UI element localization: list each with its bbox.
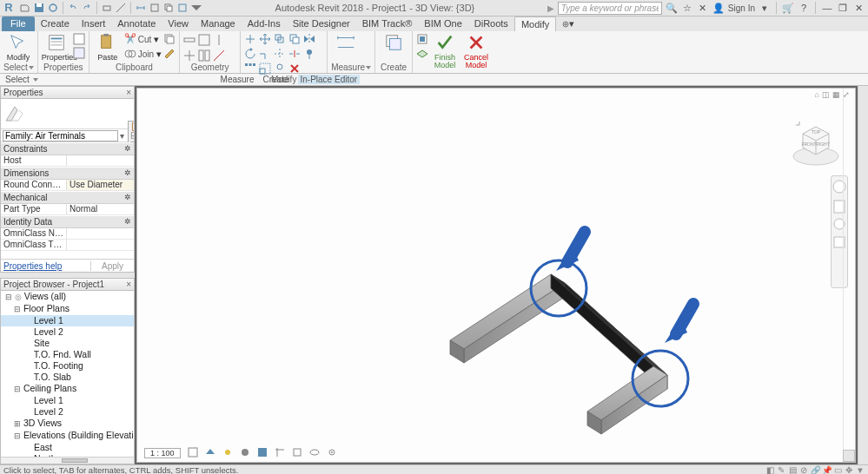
family-type-select[interactable] <box>3 130 118 142</box>
status-select-face-icon[interactable]: ▭ <box>833 465 842 475</box>
copy-icon[interactable] <box>163 33 176 45</box>
tree-node[interactable]: ⊟ Floor Plans <box>1 303 134 315</box>
signin-icon[interactable]: 👤 <box>712 2 725 14</box>
crop-icon[interactable] <box>275 447 285 459</box>
tree-node[interactable]: Level 1 <box>1 395 134 406</box>
qat-print-icon[interactable] <box>101 2 113 14</box>
offset-icon[interactable] <box>274 33 286 45</box>
crop-visible-icon[interactable] <box>292 447 302 459</box>
tab-insert[interactable]: Insert <box>76 16 112 31</box>
mirror-icon[interactable] <box>303 33 315 45</box>
prop-row[interactable]: Round Connector Dim…Use Diameter <box>1 180 134 191</box>
properties-button[interactable]: Properties <box>42 32 71 62</box>
qat-drop-icon[interactable] <box>190 2 202 14</box>
tree-node[interactable]: Level 1 <box>1 315 134 326</box>
tree-node[interactable]: Level 2 <box>1 406 134 418</box>
view-home-icon[interactable]: ⌂ <box>815 90 819 99</box>
prop-group[interactable]: Mechanical✲ <box>1 191 134 204</box>
tree-node[interactable]: Level 2 <box>1 326 134 338</box>
tab-modify[interactable]: Modify <box>514 16 556 31</box>
close-icon[interactable]: ✕ <box>852 2 865 14</box>
align-icon[interactable] <box>244 33 256 45</box>
help-icon[interactable]: ? <box>798 2 810 14</box>
tree-node[interactable]: Site <box>1 338 134 349</box>
uncope-icon[interactable] <box>198 34 210 46</box>
wall-join-icon[interactable] <box>183 49 195 62</box>
cope-icon[interactable] <box>183 34 195 46</box>
type-props-icon[interactable] <box>73 33 85 45</box>
qat-measure-icon[interactable] <box>115 2 127 14</box>
create-button[interactable] <box>379 32 408 54</box>
qat-dims-icon[interactable] <box>135 2 147 14</box>
demolish-icon[interactable] <box>213 49 225 62</box>
tab-manage[interactable]: Manage <box>195 16 242 31</box>
tab-diroots[interactable]: DiRoots <box>468 16 514 31</box>
visibility-icon[interactable] <box>416 33 428 45</box>
trim-icon[interactable] <box>259 48 271 60</box>
tab-file[interactable]: File <box>2 16 35 31</box>
move-icon[interactable] <box>259 33 271 45</box>
qat-thin-icon[interactable] <box>149 2 161 14</box>
qat-sync-icon[interactable] <box>47 2 59 14</box>
tab-view[interactable]: View <box>162 16 195 31</box>
prop-row[interactable]: OmniClass Number <box>1 228 134 240</box>
tree-node[interactable]: ⊟ ◎ Views (all) <box>1 291 134 303</box>
status-filter-icon[interactable]: ▼ <box>856 465 865 475</box>
cut-button[interactable]: ✂️Cut▾ <box>124 33 162 45</box>
workplane-icon[interactable] <box>416 46 428 58</box>
pin-icon[interactable] <box>303 48 315 60</box>
visual-style-icon[interactable] <box>205 447 215 459</box>
status-drag-icon[interactable]: ✥ <box>845 465 853 475</box>
prop-row[interactable]: OmniClass Title <box>1 240 134 251</box>
tree-node[interactable]: T.O. Slab <box>1 372 134 383</box>
tree-node[interactable]: ⊞ 3D Views <box>1 418 134 430</box>
properties-close-icon[interactable]: × <box>126 88 131 97</box>
properties-title[interactable]: Properties × <box>0 86 135 99</box>
finish-model-button[interactable]: Finish Model <box>430 32 460 69</box>
copy-tool-icon[interactable] <box>288 33 301 45</box>
search-go-icon[interactable]: 🔍 <box>666 2 678 14</box>
status-worksets-icon[interactable]: ◧ <box>765 465 774 475</box>
qat-switch-icon[interactable] <box>176 2 189 14</box>
split-element-icon[interactable] <box>288 48 301 60</box>
array-icon[interactable] <box>244 63 256 75</box>
tab-bimtrack[interactable]: BIM Track® <box>356 16 419 31</box>
prop-group[interactable]: Constraints✲ <box>1 142 134 155</box>
minimize-icon[interactable]: — <box>821 2 833 14</box>
unpin-icon[interactable] <box>274 63 286 75</box>
tab-addins[interactable]: Add-Ins <box>242 16 287 31</box>
tree-node[interactable]: ⊟ Elevations (Building Elevation) <box>1 430 134 442</box>
drawing-canvas[interactable]: ⌂ ◫ ▦ ⤢ TOP FRONT RIGHT <box>136 88 856 463</box>
sun-path-icon[interactable] <box>222 447 233 459</box>
qat-redo-icon[interactable] <box>81 2 93 14</box>
prop-group[interactable]: Identity Data✲ <box>1 215 134 228</box>
project-browser-title[interactable]: Project Browser - Project1 × <box>0 278 135 291</box>
prop-row[interactable]: Part TypeNormal <box>1 204 134 215</box>
status-select-pinned-icon[interactable]: 📌 <box>822 465 831 475</box>
properties-help-link[interactable]: Properties help <box>1 261 90 271</box>
view-scale[interactable]: 1 : 100 <box>144 448 181 458</box>
view-cascade-icon[interactable]: ▦ <box>832 90 840 99</box>
qat-open-icon[interactable] <box>19 2 31 14</box>
family-types-icon[interactable] <box>73 47 85 59</box>
tab-expand-icon[interactable]: ▾ <box>556 16 580 31</box>
properties-apply-button[interactable]: Apply <box>90 261 134 271</box>
tree-node[interactable]: East <box>1 442 134 453</box>
split-icon[interactable] <box>213 34 225 46</box>
qat-close-hidden-icon[interactable] <box>162 2 175 14</box>
status-editable-icon[interactable]: ✎ <box>777 465 785 475</box>
beam-join-icon[interactable] <box>198 49 210 62</box>
signin-drop-icon[interactable]: ▾ <box>759 2 771 14</box>
signin-label[interactable]: Sign In <box>728 3 755 13</box>
trim-ext-icon[interactable] <box>274 48 286 60</box>
scale-icon[interactable] <box>259 63 271 75</box>
sub-icon[interactable]: ☆ <box>681 2 693 14</box>
tab-sitedesigner[interactable]: Site Designer <box>287 16 356 31</box>
qat-undo-icon[interactable] <box>67 2 79 14</box>
prop-group[interactable]: Dimensions✲ <box>1 167 134 180</box>
measure-button[interactable] <box>331 32 361 54</box>
modify-button[interactable]: Modify <box>3 32 33 62</box>
status-excluded-icon[interactable]: ⊘ <box>799 465 808 475</box>
tab-bimone[interactable]: BIM One <box>418 16 467 31</box>
exchange-icon[interactable]: ✕ <box>697 2 709 14</box>
